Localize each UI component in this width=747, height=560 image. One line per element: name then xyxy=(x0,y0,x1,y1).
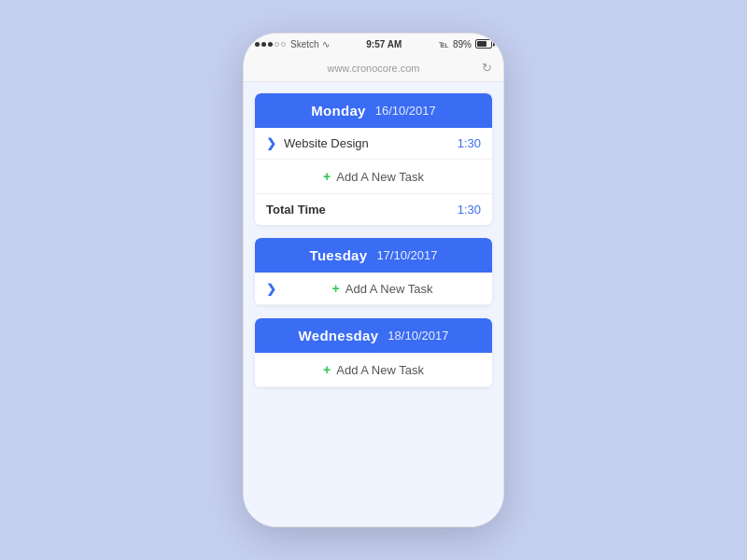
bluetooth-icon: ℡ xyxy=(439,39,449,49)
task-time-website-design: 1:30 xyxy=(458,136,481,150)
add-label-tuesday: Add A New Task xyxy=(345,282,433,296)
dot-3 xyxy=(268,42,273,47)
phone-frame: Sketch ∿ 9:57 AM ℡ 89% www.cronocore.com… xyxy=(243,33,504,527)
battery-pct: 89% xyxy=(453,39,472,49)
task-name-website-design: Website Design xyxy=(284,136,458,150)
dot-2 xyxy=(261,42,266,47)
battery-fill xyxy=(477,41,487,47)
status-bar: Sketch ∿ 9:57 AM ℡ 89% xyxy=(244,34,503,54)
add-icon-wednesday: + xyxy=(323,362,331,377)
phone-content[interactable]: Monday 16/10/2017 ❯ Website Design 1:30 … xyxy=(244,82,503,526)
day-header-tuesday: Tuesday 17/10/2017 xyxy=(255,238,492,273)
status-time: 9:57 AM xyxy=(366,39,402,49)
chevron-icon-tuesday: ❯ xyxy=(266,282,276,296)
day-name-tuesday: Tuesday xyxy=(310,247,368,263)
reload-icon[interactable]: ↻ xyxy=(482,61,492,75)
dot-1 xyxy=(255,42,260,47)
day-name-wednesday: Wednesday xyxy=(299,328,379,343)
day-name-monday: Monday xyxy=(311,103,365,119)
carrier-label: Sketch xyxy=(290,39,319,49)
day-date-tuesday: 17/10/2017 xyxy=(376,248,437,262)
day-date-wednesday: 18/10/2017 xyxy=(388,329,448,343)
total-label-monday: Total Time xyxy=(266,203,458,217)
wifi-icon: ∿ xyxy=(322,39,330,49)
add-task-tuesday[interactable]: + Add A New Task xyxy=(284,281,481,296)
add-label-monday: Add A New Task xyxy=(336,170,424,184)
add-task-wednesday[interactable]: + Add A New Task xyxy=(255,353,492,387)
status-left: Sketch ∿ xyxy=(255,39,330,49)
dot-5 xyxy=(281,42,286,47)
battery-icon xyxy=(475,39,492,49)
url-bar[interactable]: www.cronocore.com ↻ xyxy=(244,54,503,82)
add-icon-tuesday: + xyxy=(332,281,340,296)
chevron-icon: ❯ xyxy=(266,136,276,150)
url-text: www.cronocore.com xyxy=(327,63,419,74)
add-icon-monday: + xyxy=(323,169,331,184)
signal-dots xyxy=(255,42,286,47)
day-header-wednesday: Wednesday 18/10/2017 xyxy=(255,318,492,353)
day-date-monday: 16/10/2017 xyxy=(375,104,436,118)
day-header-monday: Monday 16/10/2017 xyxy=(255,93,492,128)
total-time-monday: 1:30 xyxy=(458,203,481,217)
status-right: ℡ 89% xyxy=(439,39,492,49)
add-label-wednesday: Add A New Task xyxy=(336,363,424,377)
total-row-monday: Total Time 1:30 xyxy=(255,194,492,225)
dot-4 xyxy=(275,42,279,47)
tuesday-empty-row[interactable]: ❯ + Add A New Task xyxy=(255,273,492,305)
day-block-wednesday: Wednesday 18/10/2017 + Add A New Task xyxy=(255,318,492,387)
day-block-monday: Monday 16/10/2017 ❯ Website Design 1:30 … xyxy=(255,93,492,225)
add-task-monday[interactable]: + Add A New Task xyxy=(255,160,492,194)
day-block-tuesday: Tuesday 17/10/2017 ❯ + Add A New Task xyxy=(255,238,492,305)
task-row-website-design[interactable]: ❯ Website Design 1:30 xyxy=(255,128,492,160)
